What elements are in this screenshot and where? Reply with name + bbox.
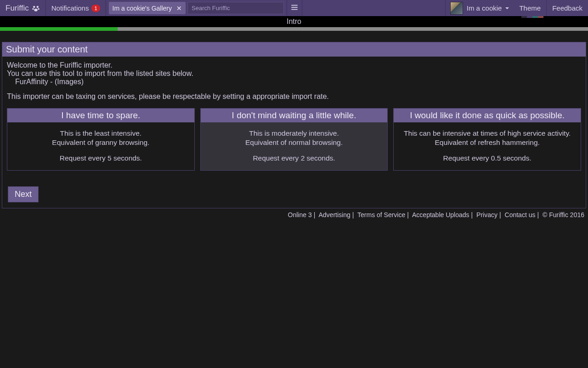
next-button[interactable]: Next xyxy=(8,186,39,202)
notifications-link[interactable]: Notifications 1 xyxy=(46,0,106,16)
chevron-down-icon xyxy=(505,7,509,11)
progress-fill xyxy=(0,27,118,31)
theme-label: Theme xyxy=(519,4,541,12)
footer-privacy[interactable]: Privacy xyxy=(476,211,498,218)
panel-title: Submit your content xyxy=(2,42,586,57)
rate-option-desc: Request every 0.5 seconds. xyxy=(398,154,576,163)
intro-line-2: You can use this tool to import from the… xyxy=(7,69,581,78)
search-wrap xyxy=(186,0,287,16)
theme-link[interactable]: Theme xyxy=(514,0,547,16)
brand-label: Furiffic xyxy=(6,4,29,13)
top-navbar: Furiffic Notifications 1 Im a cookie's G… xyxy=(0,0,588,16)
paw-icon xyxy=(32,4,40,12)
rate-option-medium[interactable]: I don't mind waiting a little while. Thi… xyxy=(200,108,388,171)
svg-point-1 xyxy=(36,6,39,8)
hamburger-icon xyxy=(290,3,299,13)
svg-point-3 xyxy=(38,8,40,10)
rate-option-title: I have time to spare. xyxy=(7,109,194,122)
user-menu[interactable]: Im a cookie xyxy=(445,0,514,16)
footer-advertising[interactable]: Advertising xyxy=(318,211,350,218)
rate-option-desc: Request every 2 seconds. xyxy=(205,154,383,163)
intro-line-3: This importer can be taxing on services,… xyxy=(7,92,581,101)
notifications-badge: 1 xyxy=(91,5,100,12)
feedback-link[interactable]: Feedback xyxy=(547,0,588,16)
import-site-1: FurAffinity - (Images) xyxy=(7,78,581,86)
rate-option-desc: Equivalent of refresh hammering. xyxy=(398,138,576,147)
rate-option-desc: This is moderately intensive. xyxy=(205,129,383,138)
search-input[interactable] xyxy=(187,2,284,14)
rate-option-desc: Equivalent of granny browsing. xyxy=(12,138,190,147)
rate-option-desc: This can be intensive at times of high s… xyxy=(398,129,576,138)
footer-uploads[interactable]: Acceptable Uploads xyxy=(412,211,469,218)
rate-option-slow[interactable]: I have time to spare. This is the least … xyxy=(7,108,195,171)
footer-copyright: © Furiffic 2016 xyxy=(543,211,584,218)
avatar xyxy=(450,2,463,15)
feedback-label: Feedback xyxy=(552,4,582,12)
stage-label: Intro xyxy=(0,16,588,27)
rate-option-desc: Request every 5 seconds. xyxy=(12,154,190,163)
svg-point-2 xyxy=(32,8,34,10)
rate-option-desc: This is the least intensive. xyxy=(12,129,190,138)
username-label: Im a cookie xyxy=(467,4,502,12)
main-panel: Submit your content Welcome to the Furif… xyxy=(2,42,586,208)
footer-contact[interactable]: Contact us xyxy=(505,211,536,218)
footer-tos[interactable]: Terms of Service xyxy=(357,211,405,218)
close-icon[interactable]: ✕ xyxy=(175,5,184,12)
footer: Online 3| Advertising| Terms of Service|… xyxy=(0,208,588,218)
intro-line-1: Welcome to the Furiffic importer. xyxy=(7,61,581,69)
svg-point-0 xyxy=(33,6,35,8)
rate-option-title: I would like it done as quick as possibl… xyxy=(394,109,581,122)
progress-bar xyxy=(0,27,588,31)
rate-option-title: I don't mind waiting a little while. xyxy=(201,109,388,122)
brand-link[interactable]: Furiffic xyxy=(0,0,46,16)
footer-online[interactable]: Online 3 xyxy=(288,211,312,218)
theme-swatches xyxy=(521,16,543,18)
menu-button[interactable] xyxy=(287,0,302,16)
open-tab-label: Im a cookie's Gallery xyxy=(113,5,172,12)
rate-option-desc: Equivalent of normal browsing. xyxy=(205,138,383,147)
open-tab[interactable]: Im a cookie's Gallery ✕ xyxy=(109,2,186,14)
notifications-label: Notifications xyxy=(51,4,89,12)
svg-point-4 xyxy=(34,8,38,11)
rate-options: I have time to spare. This is the least … xyxy=(7,108,581,171)
rate-option-fast[interactable]: I would like it done as quick as possibl… xyxy=(393,108,581,171)
